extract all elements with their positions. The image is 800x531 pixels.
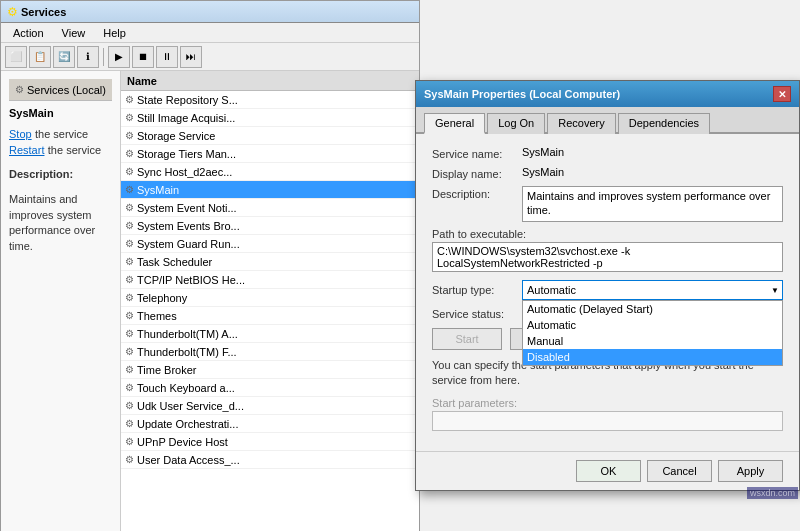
toolbar: ⬜ 📋 🔄 ℹ ▶ ⏹ ⏸ ⏭ [1,43,419,71]
menu-help[interactable]: Help [95,25,134,41]
menu-view[interactable]: View [54,25,94,41]
service-gear-icon: ⚙ [125,328,134,339]
service-gear-icon: ⚙ [125,148,134,159]
toolbar-btn-stop[interactable]: ⏹ [132,46,154,68]
toolbar-btn-5[interactable]: ▶ [108,46,130,68]
list-item[interactable]: ⚙System Guard Run... [121,235,419,253]
dialog-content: Service name: SysMain Display name: SysM… [416,134,799,451]
main-title: Services [21,6,66,18]
list-item[interactable]: ⚙SysMain [121,181,419,199]
tab-recovery[interactable]: Recovery [547,113,615,134]
toolbar-btn-3[interactable]: 🔄 [53,46,75,68]
stop-link[interactable]: Stop [9,128,32,140]
restart-text: the service [48,144,101,156]
path-value: C:\WINDOWS\system32\svchost.exe -k Local… [432,242,783,272]
params-label: Start parameters: [432,397,783,409]
toolbar-btn-2[interactable]: 📋 [29,46,51,68]
startup-type-row: Startup type: Automatic ▼ Automatic (Del… [432,280,783,300]
service-gear-icon: ⚙ [125,418,134,429]
dialog-close-button[interactable]: ✕ [773,86,791,102]
startup-dropdown[interactable]: Automatic ▼ [522,280,783,300]
start-button[interactable]: Start [432,328,502,350]
watermark: wsxdn.com [747,487,798,499]
stop-text: the service [35,128,88,140]
toolbar-btn-1[interactable]: ⬜ [5,46,27,68]
startup-selected-value: Automatic [527,284,576,296]
main-window: ⚙ Services Action View Help ⬜ 📋 🔄 ℹ ▶ ⏹ … [0,0,420,531]
list-item[interactable]: ⚙Time Broker [121,361,419,379]
list-item[interactable]: ⚙Telephony [121,289,419,307]
service-gear-icon: ⚙ [125,220,134,231]
service-gear-icon: ⚙ [125,274,134,285]
menu-action[interactable]: Action [5,25,52,41]
description-value: Maintains and improves system performanc… [522,186,783,222]
tab-dependencies[interactable]: Dependencies [618,113,710,134]
left-panel: ⚙ Services (Local) SysMain Stop the serv… [1,71,121,531]
tab-log-on[interactable]: Log On [487,113,545,134]
params-input[interactable] [432,411,783,431]
dialog-titlebar: SysMain Properties (Local Computer) ✕ [416,81,799,107]
dropdown-arrow-icon: ▼ [771,286,779,295]
service-gear-icon: ⚙ [125,400,134,411]
list-item[interactable]: ⚙Udk User Service_d... [121,397,419,415]
toolbar-btn-pause[interactable]: ⏸ [156,46,178,68]
service-gear-icon: ⚙ [125,364,134,375]
service-gear-icon: ⚙ [125,346,134,357]
service-name-row: Service name: SysMain [432,146,783,160]
list-item[interactable]: ⚙Storage Tiers Man... [121,145,419,163]
list-item[interactable]: ⚙Update Orchestrati... [121,415,419,433]
ok-button[interactable]: OK [576,460,641,482]
dropdown-option[interactable]: Manual [523,333,782,349]
main-title-bar: ⚙ Services [1,1,419,23]
menu-bar: Action View Help [1,23,419,43]
description-row: Description: Maintains and improves syst… [432,186,783,222]
sysmain-label: SysMain [9,107,112,119]
startup-dropdown-container: Automatic ▼ Automatic (Delayed Start)Aut… [522,280,783,300]
restart-link[interactable]: Restart [9,144,44,156]
list-item[interactable]: ⚙State Repository S... [121,91,419,109]
dialog-tabs: GeneralLog OnRecoveryDependencies [416,107,799,134]
list-item[interactable]: ⚙Touch Keyboard a... [121,379,419,397]
startup-type-label: Startup type: [432,284,522,296]
display-name-value: SysMain [522,166,783,178]
list-item[interactable]: ⚙TCP/IP NetBIOS He... [121,271,419,289]
content-area: ⚙ Services (Local) SysMain Stop the serv… [1,71,419,531]
list-item[interactable]: ⚙UPnP Device Host [121,433,419,451]
service-gear-icon: ⚙ [125,94,134,105]
toolbar-btn-4[interactable]: ℹ [77,46,99,68]
dialog-title: SysMain Properties (Local Computer) [424,88,620,100]
apply-button[interactable]: Apply [718,460,783,482]
list-item[interactable]: ⚙System Events Bro... [121,217,419,235]
service-gear-icon: ⚙ [125,166,134,177]
params-section: Start parameters: [432,397,783,431]
list-item[interactable]: ⚙Task Scheduler [121,253,419,271]
service-gear-icon: ⚙ [125,184,134,195]
service-name-value: SysMain [522,146,783,158]
tab-general[interactable]: General [424,113,485,134]
list-item[interactable]: ⚙Themes [121,307,419,325]
dropdown-option[interactable]: Automatic (Delayed Start) [523,301,782,317]
dialog-footer: OK Cancel Apply [416,451,799,490]
description-label: Description: [432,186,522,200]
left-description-text: Maintains and improves system performanc… [9,192,112,254]
list-item[interactable]: ⚙User Data Access_... [121,451,419,469]
list-item[interactable]: ⚙System Event Noti... [121,199,419,217]
display-name-label: Display name: [432,166,522,180]
left-description-label: Description: [9,167,112,182]
cancel-button[interactable]: Cancel [647,460,712,482]
list-item[interactable]: ⚙Storage Service [121,127,419,145]
startup-dropdown-list: Automatic (Delayed Start)AutomaticManual… [522,300,783,366]
dropdown-option[interactable]: Disabled [523,349,782,365]
service-gear-icon: ⚙ [125,256,134,267]
list-item[interactable]: ⚙Still Image Acquisi... [121,109,419,127]
toolbar-btn-restart[interactable]: ⏭ [180,46,202,68]
list-item[interactable]: ⚙Thunderbolt(TM) A... [121,325,419,343]
service-gear-icon: ⚙ [125,238,134,249]
list-item[interactable]: ⚙Sync Host_d2aec... [121,163,419,181]
service-gear-icon: ⚙ [125,112,134,123]
list-item[interactable]: ⚙Thunderbolt(TM) F... [121,343,419,361]
path-label: Path to executable: [432,228,783,240]
services-scroll[interactable]: ⚙State Repository S...⚙Still Image Acqui… [121,91,419,531]
dropdown-option[interactable]: Automatic [523,317,782,333]
service-status-label: Service status: [432,308,522,320]
